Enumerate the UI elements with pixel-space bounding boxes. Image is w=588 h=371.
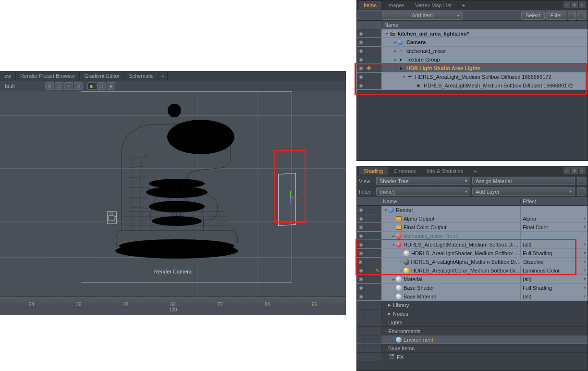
expand-toggle[interactable]: ▸	[391, 337, 396, 342]
visibility-toggle[interactable]: ◉	[357, 47, 365, 55]
layer-editable[interactable]	[373, 223, 381, 231]
shader-row[interactable]: ◉Alpha OutputAlpha▾	[357, 214, 588, 223]
axes-toggle[interactable]	[373, 81, 381, 89]
view-extra-button[interactable]	[577, 177, 586, 185]
layer-editable[interactable]	[373, 240, 381, 248]
axes-toggle[interactable]	[373, 29, 381, 37]
viewport-tool-4[interactable]: ⊟	[74, 82, 83, 90]
expand-toggle[interactable]: ▸	[393, 40, 398, 45]
tab-info-stats[interactable]: Info & Statistics	[422, 167, 468, 175]
filter-extra-button[interactable]	[577, 187, 586, 196]
layer-editable[interactable]	[373, 206, 381, 214]
viewport-3d[interactable]: Render Camera	[0, 91, 346, 295]
items-add-tab[interactable]: +	[457, 1, 470, 10]
effect-dropdown[interactable]: Full Shading▾	[520, 284, 588, 292]
viewport-tool-3[interactable]: ≈	[64, 82, 73, 90]
solo-toggle[interactable]	[365, 55, 373, 63]
visibility-toggle[interactable]: ◉	[357, 64, 365, 72]
filter-dropdown[interactable]: (none)▾	[376, 187, 470, 196]
shader-row[interactable]: ▸▸Library	[357, 301, 588, 309]
axes-toggle[interactable]	[373, 55, 381, 63]
effect-dropdown[interactable]	[520, 206, 588, 214]
expand-toggle[interactable]: ▸	[391, 234, 396, 238]
visibility-toggle[interactable]: ◉	[357, 73, 365, 81]
items-tree[interactable]: ◉▾🎬kitchen_aid_area_lights.lxo*◉▸Camera◉…	[357, 29, 588, 90]
viewport-tab-ew[interactable]: ew	[0, 72, 16, 80]
layer-visibility[interactable]: ◉	[357, 206, 365, 214]
viewport-tool-7[interactable]: ◉	[107, 82, 115, 90]
viewport-tool-5[interactable]: ◐	[87, 82, 96, 90]
tab-channels[interactable]: Channels	[389, 167, 420, 175]
item-row[interactable]: ◉◈HDRLS_AreaLightMesh_Medium Softbox Dif…	[357, 81, 588, 90]
layer-editable[interactable]	[373, 292, 381, 300]
expand-toggle[interactable]: +	[399, 260, 404, 264]
panel-gear-icon[interactable]: ✻	[571, 167, 578, 174]
list-mode-button[interactable]	[577, 12, 586, 20]
tab-vertex-map[interactable]: Vertex Map List	[410, 1, 456, 10]
layer-visibility[interactable]: ◉	[357, 258, 365, 266]
shading-add-tab[interactable]: +	[469, 167, 481, 175]
item-row[interactable]: ◉▾✛HDRLS_AreaLight_Medium Softbox Diffus…	[357, 73, 588, 81]
viewport-tool-6[interactable]: ▢	[97, 82, 106, 90]
shader-row[interactable]: ◉▸Material(all)▾	[357, 275, 588, 284]
effect-dropdown[interactable]: Dissolve▾	[521, 258, 588, 266]
shader-row[interactable]: ▸Environment	[357, 335, 588, 344]
expand-toggle[interactable]: ▸	[391, 277, 396, 282]
layer-visibility[interactable]: ◉	[357, 232, 365, 240]
visibility-toggle[interactable]: ◉	[357, 55, 365, 63]
item-row[interactable]: ◉▸▫kitchenaid_mixer	[357, 47, 588, 55]
visibility-toggle[interactable]: ◉	[357, 81, 365, 89]
axes-toggle[interactable]	[373, 38, 381, 46]
sh-col-effect[interactable]: Effect	[520, 198, 588, 204]
name-column-header[interactable]: Name	[381, 22, 398, 28]
panel-close-icon[interactable]: ×	[579, 167, 586, 174]
effect-dropdown[interactable]: Final Color▾	[520, 223, 588, 231]
solo-toggle[interactable]	[365, 81, 373, 89]
filter-button[interactable]: Filter	[546, 12, 566, 20]
expand-toggle[interactable]: ▸	[383, 303, 388, 308]
panel-close-icon[interactable]: ×	[579, 1, 586, 8]
item-row[interactable]: ◉▾🎬kitchen_aid_area_lights.lxo*	[357, 29, 588, 38]
collapse-button[interactable]	[568, 12, 576, 20]
visibility-column-header[interactable]	[357, 21, 365, 29]
expand-toggle[interactable]: ▾	[383, 208, 388, 212]
tab-items[interactable]: Items	[359, 1, 381, 10]
shader-row[interactable]: ◉▾Render	[357, 206, 588, 214]
shader-row[interactable]: ◉▸kitchenaid_mixer(Item)	[357, 232, 588, 240]
panel-expand-icon[interactable]: ⤢	[564, 1, 570, 8]
layer-editable[interactable]	[373, 275, 381, 283]
expand-toggle[interactable]: ▾	[391, 242, 396, 247]
select-button[interactable]: Select	[521, 12, 545, 20]
solo-toggle[interactable]	[365, 38, 373, 46]
solo-column-header[interactable]	[365, 21, 373, 29]
add-item-button[interactable]: Add Item	[382, 12, 463, 20]
expand-toggle[interactable]: ▸	[393, 49, 398, 53]
layer-visibility[interactable]: ◉	[357, 249, 365, 257]
expand-toggle[interactable]: ▾	[393, 66, 398, 71]
tab-images[interactable]: Images	[382, 1, 409, 10]
tab-shading[interactable]: Shading	[359, 167, 388, 175]
solo-toggle[interactable]: ✚	[365, 64, 373, 72]
shader-row[interactable]: Bake Items	[357, 344, 588, 353]
expand-toggle[interactable]: ▾	[383, 329, 388, 334]
expand-toggle[interactable]: ▾	[402, 74, 406, 79]
effect-dropdown[interactable]	[520, 232, 588, 240]
axes-toggle[interactable]	[373, 73, 381, 81]
layer-editable[interactable]	[373, 214, 381, 223]
viewport-tab-render-preset[interactable]: Render Preset Browser	[16, 72, 80, 80]
shader-row[interactable]: ◉Base ShaderFull Shading▾	[357, 284, 588, 292]
axes-toggle[interactable]	[373, 64, 381, 72]
add-layer-dropdown[interactable]: Add Layer▾	[472, 187, 575, 196]
effect-dropdown[interactable]: Alpha▾	[520, 214, 588, 223]
solo-toggle[interactable]	[365, 73, 373, 81]
item-row[interactable]: ◉▸▸Texture Group	[357, 55, 588, 64]
shader-row[interactable]: ▾Environments	[357, 327, 588, 335]
panel-expand-icon[interactable]: ⤢	[564, 167, 570, 174]
shader-row[interactable]: ◉+HDRLS_AreaLightAlpha_Medium Softbox Di…	[357, 258, 588, 266]
effect-dropdown[interactable]: Luminous Color▾	[520, 266, 588, 274]
layer-visibility[interactable]: ◉	[357, 275, 365, 283]
view-dropdown[interactable]: Shader Tree▾	[376, 177, 470, 185]
effect-dropdown[interactable]: Full Shading▾	[520, 249, 588, 257]
layer-editable[interactable]	[373, 249, 381, 257]
effect-dropdown[interactable]: (all)▾	[520, 240, 588, 248]
